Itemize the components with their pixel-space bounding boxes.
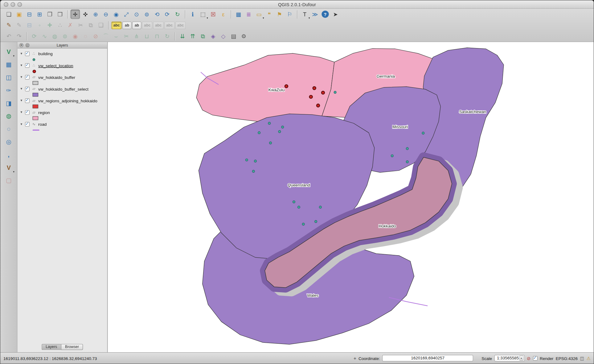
zoom-to-layer-button[interactable]: ⊚ bbox=[142, 10, 152, 19]
map-building-point[interactable] bbox=[391, 155, 393, 157]
crs-status-icon[interactable]: ◫ bbox=[580, 355, 584, 361]
select-by-expression-button[interactable]: ε bbox=[219, 10, 228, 19]
zoom-next-button[interactable]: ⟳ bbox=[162, 10, 172, 19]
map-building-point[interactable] bbox=[302, 223, 305, 225]
pan-to-selection-button[interactable]: ✜ bbox=[81, 10, 90, 19]
add-wcs-layer-button[interactable]: ◌ bbox=[3, 124, 14, 134]
map-selected-location-point[interactable] bbox=[317, 104, 320, 107]
add-ring-button[interactable]: ◍ bbox=[50, 31, 59, 41]
map-canvas[interactable]: KwaZuluGermaniaSaskatchewanMissouriQueen… bbox=[108, 42, 594, 352]
remove-layer-button[interactable]: ▢ bbox=[3, 175, 14, 186]
toggle-editing-button[interactable]: ✎ bbox=[14, 20, 24, 30]
zoom-in-button[interactable]: ⊕ bbox=[91, 10, 100, 19]
layer-item-vw-hokkaido-buffer-select[interactable]: ▼✓▱vw_hokkaido_buffer_select bbox=[18, 86, 107, 92]
add-wms-layer-button[interactable]: ◍ bbox=[3, 111, 14, 121]
layer-item-vw-select-location[interactable]: ▼✓∴vw_select_location bbox=[18, 62, 107, 69]
split-parts-button[interactable]: ⋔ bbox=[132, 31, 141, 41]
python-console-button[interactable]: ≫ bbox=[310, 10, 320, 19]
title-bar[interactable]: QGIS 2.0.1-Dufour bbox=[0, 0, 594, 9]
add-raster-layer-button[interactable]: ▦ bbox=[3, 59, 14, 70]
render-checkbox[interactable]: ✓ bbox=[533, 356, 538, 361]
cut-features-button[interactable]: ✂ bbox=[76, 20, 85, 30]
add-mssql-layer-button[interactable]: ◨ bbox=[3, 98, 14, 108]
map-selected-location-point[interactable] bbox=[285, 85, 288, 88]
help-contents-button[interactable]: ? bbox=[322, 10, 329, 18]
map-building-point[interactable] bbox=[252, 170, 255, 173]
measure-line-button[interactable]: ▭▾ bbox=[254, 10, 264, 19]
move-label-button[interactable]: abc bbox=[142, 21, 152, 29]
merge-selected-features-button[interactable]: ⊔ bbox=[142, 31, 152, 41]
panel-detach-icon[interactable]: ◱ bbox=[25, 43, 30, 47]
pin-unpin-labels-button[interactable]: ab bbox=[122, 21, 131, 29]
map-building-point[interactable] bbox=[278, 130, 281, 133]
add-postgis-layer-button[interactable]: ◫ bbox=[3, 72, 14, 83]
layer-expand-icon[interactable]: ▼ bbox=[20, 52, 23, 55]
map-building-point[interactable] bbox=[281, 126, 284, 128]
layer-visibility-checkbox-road[interactable]: ✓ bbox=[25, 122, 30, 126]
show-hide-labels-button[interactable]: ab bbox=[132, 21, 141, 29]
map-building-point[interactable] bbox=[315, 220, 317, 223]
layers-panel-header[interactable]: ✕ ◱ Layers bbox=[18, 42, 107, 48]
layer-label-vw-regions-adjoining-hokkaido[interactable]: vw_regions_adjoining_hokkaido bbox=[38, 98, 97, 103]
layer-item-road[interactable]: ▼✓∿road bbox=[18, 121, 107, 127]
layer-expand-icon[interactable]: ▼ bbox=[20, 111, 23, 114]
delete-part-button[interactable]: ⊘ bbox=[91, 31, 100, 41]
map-building-point[interactable] bbox=[268, 122, 271, 125]
deselect-all-button[interactable]: ☒ bbox=[208, 10, 218, 19]
new-project-button[interactable]: ❏ bbox=[4, 10, 14, 19]
layer-expand-icon[interactable]: ▼ bbox=[20, 99, 23, 102]
layer-properties-button[interactable]: ▤ bbox=[229, 31, 238, 41]
show-bookmarks-button[interactable]: ⚐ bbox=[285, 10, 294, 19]
add-wfs-layer-button[interactable]: ◎ bbox=[3, 137, 14, 147]
map-svg[interactable]: KwaZuluGermaniaSaskatchewanMissouriQueen… bbox=[108, 42, 594, 352]
paste-style-button[interactable]: ⇈ bbox=[188, 31, 198, 41]
scale-combobox[interactable]: 1:33565585 ▾ bbox=[494, 355, 524, 362]
panel-tab-browser[interactable]: Browser bbox=[61, 344, 83, 350]
scale-dropdown-arrow-icon[interactable]: ▾ bbox=[519, 356, 523, 361]
save-layer-edits-button[interactable]: ⊟ bbox=[25, 20, 34, 30]
rotate-point-symbols-button[interactable]: ↻ bbox=[162, 31, 172, 41]
map-building-point[interactable] bbox=[258, 132, 260, 134]
copy-features-button[interactable]: ⧉ bbox=[86, 20, 96, 30]
map-building-point[interactable] bbox=[406, 161, 408, 163]
save-project-button[interactable]: ⊟ bbox=[25, 10, 34, 19]
layer-label-road[interactable]: road bbox=[38, 122, 47, 126]
layer-item-vw-hokkaido-buffer[interactable]: ▼✓▱vw_hokkaido_buffer bbox=[18, 74, 107, 80]
field-calculator-button[interactable]: ≣ bbox=[244, 10, 253, 19]
identify-features-button[interactable]: ℹ bbox=[188, 10, 198, 19]
layer-item-building[interactable]: ▼✓∴building bbox=[18, 50, 107, 57]
redo-button[interactable]: ↷ bbox=[14, 31, 24, 41]
stop-render-icon[interactable]: ⊘ bbox=[527, 355, 531, 361]
layer-expand-icon[interactable]: ▼ bbox=[20, 122, 23, 126]
add-feature-button[interactable]: ◦ bbox=[35, 20, 44, 30]
map-building-point[interactable] bbox=[406, 147, 408, 150]
change-label-button[interactable]: abc bbox=[164, 21, 174, 29]
map-building-point[interactable] bbox=[334, 91, 336, 94]
panel-close-icon[interactable]: ✕ bbox=[19, 43, 24, 47]
node-tool-button[interactable]: ∴ bbox=[55, 20, 65, 30]
label-properties-button[interactable]: abc bbox=[175, 21, 186, 29]
add-delimited-text-layer-button[interactable]: , bbox=[3, 149, 14, 160]
log-messages-icon[interactable]: ⚠ bbox=[587, 355, 591, 361]
set-project-crs-button[interactable]: ◇ bbox=[219, 31, 228, 41]
layer-visibility-checkbox-region[interactable]: ✓ bbox=[25, 110, 30, 115]
layer-visibility-checkbox-building[interactable]: ✓ bbox=[25, 51, 30, 56]
duplicate-layer-button[interactable]: ⧉ bbox=[198, 31, 208, 41]
add-part-button[interactable]: ⊚ bbox=[60, 31, 70, 41]
rotate-label-button[interactable]: abc bbox=[153, 21, 163, 29]
zoom-actual-size-button[interactable]: ◉ bbox=[111, 10, 121, 19]
new-shapefile-layer-button[interactable]: V▾ bbox=[3, 162, 14, 173]
whats-this-button[interactable]: ➤ bbox=[331, 10, 340, 19]
map-selected-location-point[interactable] bbox=[322, 91, 325, 94]
layer-label-vw-hokkaido-buffer-select[interactable]: vw_hokkaido_buffer_select bbox=[38, 87, 88, 91]
open-processing-button[interactable]: ⚙ bbox=[239, 31, 248, 41]
layer-item-vw-regions-adjoining-hokkaido[interactable]: ▼✓▱vw_regions_adjoining_hokkaido bbox=[18, 97, 107, 104]
panel-tab-layers[interactable]: Layers bbox=[42, 344, 61, 350]
pan-map-button[interactable]: ✛ bbox=[71, 10, 80, 19]
add-vector-layer-button[interactable]: V▾ bbox=[3, 47, 14, 57]
layer-visibility-checkbox-vw-regions-adjoining-hokkaido[interactable]: ✓ bbox=[25, 98, 30, 103]
new-print-composer-button[interactable]: ❐ bbox=[45, 10, 55, 19]
map-building-point[interactable] bbox=[422, 132, 424, 134]
delete-ring-button[interactable]: ◌ bbox=[81, 31, 90, 41]
map-tips-button[interactable]: ❝ bbox=[264, 10, 274, 19]
